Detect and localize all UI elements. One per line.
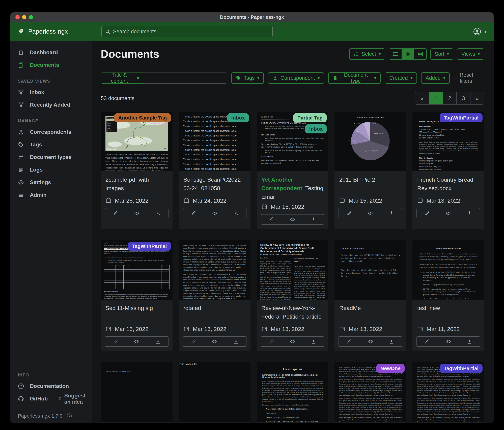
card-title[interactable]: Sonstige ScanPC2022 03-24_081058 xyxy=(183,175,246,193)
download-button[interactable] xyxy=(381,208,402,218)
card-title[interactable]: Review-of-New-York-Federal-Petitions-art… xyxy=(261,304,324,321)
search-input[interactable] xyxy=(113,28,269,35)
pagination-page-1[interactable]: 1 xyxy=(429,92,443,104)
card-title[interactable]: test_new xyxy=(417,304,479,312)
pagination-next[interactable]: » xyxy=(470,92,484,104)
user-menu[interactable]: ▾ xyxy=(473,27,486,36)
sidebar-item-document-types[interactable]: Document types xyxy=(10,151,92,163)
sidebar-item-github[interactable]: GitHub xyxy=(10,393,48,405)
tag-badge-inbox[interactable]: Inbox xyxy=(305,124,327,133)
sidebar-item-admin[interactable]: Admin xyxy=(10,189,92,201)
document-thumbnail[interactable]: This is a test file. xyxy=(179,362,251,422)
added-filter-button[interactable]: Added▾ xyxy=(421,72,450,84)
thumbnail-text: ☐ Completion of the grid below xyxy=(106,262,170,264)
card-title[interactable]: rotated xyxy=(183,304,246,312)
sidebar-item-correspondents[interactable]: Correspondents xyxy=(10,126,92,138)
document-thumbnail[interactable]: This is a multi page document. Page 1. xyxy=(101,362,172,422)
tag-badge-tagwithpartial[interactable]: TagWithPartial xyxy=(128,242,171,251)
tag-badge-tagwithpartial[interactable]: TagWithPartial xyxy=(440,364,483,373)
document-card: This is a test file. simple txt file xyxy=(179,362,251,423)
edit-button[interactable] xyxy=(261,214,282,224)
edit-button[interactable] xyxy=(261,336,282,347)
document-thumbnail[interactable]: Patient BP Distribution 2011 Normal, 158… xyxy=(334,112,406,171)
view-button[interactable] xyxy=(126,208,147,218)
pagination-page-3[interactable]: 3 xyxy=(456,92,470,104)
download-button[interactable] xyxy=(459,336,480,347)
edit-button[interactable] xyxy=(339,208,360,218)
views-button[interactable]: Views▾ xyxy=(457,48,484,60)
view-button[interactable] xyxy=(126,336,147,347)
edit-button[interactable] xyxy=(183,336,204,347)
document-thumbnail[interactable]: Lorem ipsum Lorem ipsum dolor sit amet, … xyxy=(257,362,328,422)
pagination-prev[interactable]: « xyxy=(415,92,429,104)
card-date-row: Mar 13, 2022 xyxy=(334,325,406,333)
view-button[interactable] xyxy=(282,336,303,347)
correspondent-filter-button[interactable]: Correspondent▾ xyxy=(268,72,324,84)
download-button[interactable] xyxy=(225,208,246,218)
filter-field-dropdown[interactable]: Title & content▾ xyxy=(101,73,143,84)
sidebar-item-logs[interactable]: Logs xyxy=(10,163,92,176)
download-button[interactable] xyxy=(381,336,402,347)
view-button[interactable] xyxy=(438,336,459,347)
eye-icon xyxy=(368,339,373,344)
sidebar-item-documents[interactable]: Documents xyxy=(10,59,92,71)
card-title[interactable]: Yet Another Correspondent: Testing Email xyxy=(261,175,324,201)
edit-button[interactable] xyxy=(416,336,438,347)
sort-button[interactable]: Sort▾ xyxy=(430,48,453,60)
card-date-row: Mar 11, 2022 xyxy=(413,325,484,333)
brand[interactable]: Paperless-ngx xyxy=(18,28,101,35)
tag-badge-tagwithpartial[interactable]: TagWithPartial xyxy=(440,113,483,122)
card-title[interactable]: ReadMe xyxy=(339,304,402,312)
sidebar-item-recently-added[interactable]: Recently Added xyxy=(10,99,92,111)
card-title[interactable]: Sec 11-Missing sig xyxy=(106,304,168,312)
document-type-filter-button[interactable]: Document type▾ xyxy=(328,72,381,84)
chevron-down-icon: ▾ xyxy=(318,76,320,80)
sidebar-item-documentation[interactable]: Documentation xyxy=(10,380,92,393)
card-correspondent[interactable]: Yet Another Correspondent xyxy=(261,176,302,191)
sidebar-item-inbox[interactable]: Inbox xyxy=(10,86,92,99)
tags-filter-button[interactable]: Tags▾ xyxy=(231,72,264,84)
edit-button[interactable] xyxy=(105,208,126,218)
download-button[interactable] xyxy=(147,336,169,347)
view-button[interactable] xyxy=(282,214,303,224)
sidebar-item-settings[interactable]: Settings xyxy=(10,176,92,189)
sidebar-item-dashboard[interactable]: Dashboard xyxy=(10,46,92,59)
filter-text-input[interactable] xyxy=(143,73,227,84)
view-button[interactable] xyxy=(438,208,459,218)
edit-button[interactable] xyxy=(105,336,126,347)
download-button[interactable] xyxy=(303,214,324,224)
tag-badge-inbox[interactable]: Inbox xyxy=(227,113,249,122)
detail-view-button[interactable] xyxy=(414,49,426,59)
edit-button[interactable] xyxy=(416,208,438,218)
download-button[interactable] xyxy=(459,208,480,218)
document-thumbnail[interactable]: Adobe Acrobat PDF Files Adobe® Portable … xyxy=(413,240,484,300)
card-title[interactable]: 2sample-pdf-with-images xyxy=(106,175,168,193)
document-thumbnail[interactable]: Contact Sheet Demo Given a set of image … xyxy=(334,240,406,300)
view-button[interactable] xyxy=(204,208,225,218)
tag-badge-another-sample-tag[interactable]: Another Sample Tag xyxy=(114,113,171,122)
grid-view-button[interactable] xyxy=(402,49,414,59)
card-title[interactable]: French Country Bread Revised.docx xyxy=(417,175,479,193)
edit-button[interactable] xyxy=(339,336,360,347)
download-button[interactable] xyxy=(303,336,324,347)
chevron-down-icon: ▾ xyxy=(447,52,449,56)
document-thumbnail[interactable]: Review of New York Federal Petitions for… xyxy=(257,240,328,300)
tag-badge-partial-tag[interactable]: Partial Tag xyxy=(293,113,327,122)
sidebar-item-tags[interactable]: Tags xyxy=(10,138,92,151)
document-thumbnail[interactable]: Lorem ipsum dolor sit amet, consectetur … xyxy=(179,240,251,300)
download-button[interactable] xyxy=(225,336,246,347)
created-filter-button[interactable]: Created▾ xyxy=(385,72,417,84)
info-circle-icon[interactable] xyxy=(67,413,72,419)
edit-button[interactable] xyxy=(183,208,204,218)
view-button[interactable] xyxy=(360,208,381,218)
list-view-button[interactable] xyxy=(389,49,402,59)
reset-filters-button[interactable]: × Reset filters xyxy=(454,72,484,84)
download-button[interactable] xyxy=(147,208,169,218)
sidebar-item-suggest-idea[interactable]: Suggest an idea xyxy=(58,393,92,405)
pagination-page-2[interactable]: 2 xyxy=(443,92,456,104)
card-title[interactable]: 2011 BP Pie 2 xyxy=(339,175,402,184)
select-button[interactable]: Select▾ xyxy=(349,48,385,60)
view-button[interactable] xyxy=(360,336,381,347)
tag-badge-newone[interactable]: NewOne xyxy=(376,364,405,373)
view-button[interactable] xyxy=(204,336,225,347)
